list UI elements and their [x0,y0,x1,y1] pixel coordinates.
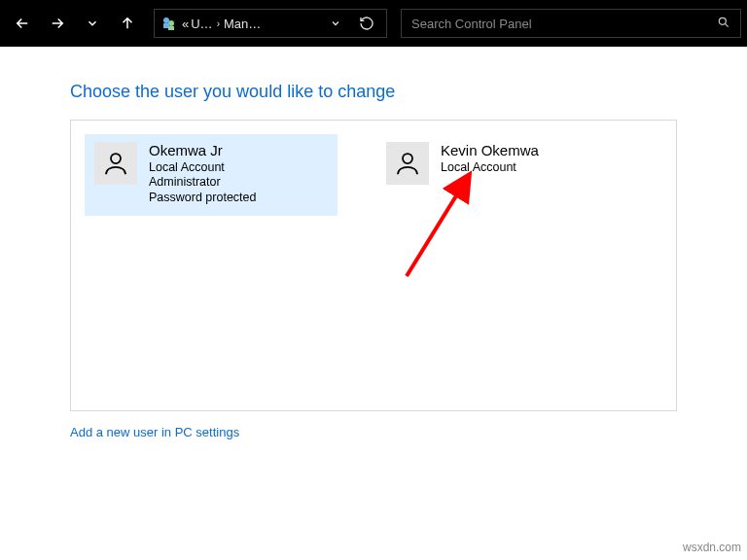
back-button[interactable] [6,7,39,40]
up-button[interactable] [111,7,144,40]
search-icon[interactable] [717,16,730,32]
user-info: Kevin Okemwa Local Account [441,142,539,175]
svg-rect-3 [168,26,174,30]
recent-button[interactable] [76,7,109,40]
svg-point-6 [403,154,412,163]
address-bar[interactable]: « U… › Man… [154,9,387,38]
user-list-panel: Okemwa Jr Local Account Administrator Pa… [70,120,677,411]
chevron-right-icon: › [215,18,222,29]
user-card-okemwa-jr[interactable]: Okemwa Jr Local Account Administrator Pa… [85,134,338,216]
user-name: Okemwa Jr [149,142,256,160]
breadcrumb-part[interactable]: U… [191,17,212,31]
svg-point-0 [163,18,169,23]
address-dropdown[interactable] [322,10,349,37]
breadcrumb-part[interactable]: Man… [224,17,261,31]
breadcrumb[interactable]: « U… › Man… [182,17,261,31]
search-input[interactable] [411,17,717,31]
titlebar: « U… › Man… [0,0,747,47]
user-card-kevin-okemwa[interactable]: Kevin Okemwa Local Account [376,134,629,194]
add-user-link[interactable]: Add a new user in PC settings [70,425,239,439]
user-account-type: Local Account [441,160,539,176]
svg-point-5 [111,154,121,163]
avatar [386,142,429,185]
avatar [94,142,137,185]
page-title: Choose the user you would like to change [70,82,677,102]
refresh-button[interactable] [353,10,380,37]
search-box[interactable] [401,9,741,38]
breadcrumb-prefix: « [182,17,189,31]
watermark: wsxdn.com [683,541,741,554]
svg-point-4 [719,18,726,24]
user-accounts-icon [160,15,178,32]
forward-button[interactable] [41,7,74,40]
user-info: Okemwa Jr Local Account Administrator Pa… [149,142,256,206]
user-account-type: Local Account [149,160,256,176]
user-password-status: Password protected [149,191,256,206]
content: Choose the user you would like to change… [0,47,747,440]
user-role: Administrator [149,175,256,191]
user-name: Kevin Okemwa [441,142,539,160]
